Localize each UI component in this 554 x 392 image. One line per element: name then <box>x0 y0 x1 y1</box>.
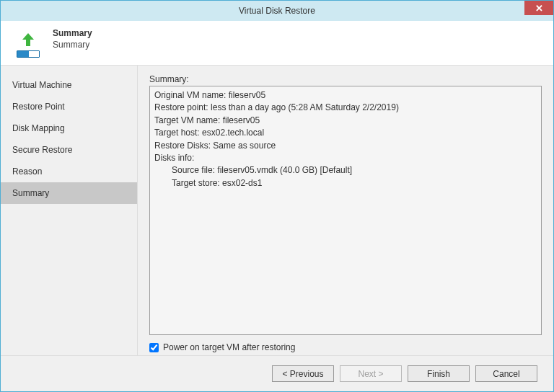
close-button[interactable]: ✕ <box>524 1 553 15</box>
titlebar: Virtual Disk Restore ✕ <box>1 1 553 21</box>
summary-label: Summary: <box>149 74 542 84</box>
sidebar-item-label: Secure Restore <box>12 145 72 155</box>
finish-button[interactable]: Finish <box>408 365 470 382</box>
wizard-body: Virtual Machine Restore Point Disk Mappi… <box>1 66 553 355</box>
sidebar-item-label: Restore Point <box>12 102 65 112</box>
summary-line: Restore Disks: Same as source <box>154 140 537 152</box>
power-on-checkbox[interactable] <box>149 343 159 352</box>
header-icon <box>12 28 44 60</box>
disk-icon <box>17 50 40 58</box>
wizard-header: Summary Summary <box>1 21 553 66</box>
page-subtitle: Summary <box>53 40 92 50</box>
summary-line: Restore point: less than a day ago (5:28… <box>154 102 537 114</box>
previous-button[interactable]: < Previous <box>272 365 334 382</box>
cancel-button[interactable]: Cancel <box>475 365 537 382</box>
sidebar-item-disk-mapping[interactable]: Disk Mapping <box>1 117 137 139</box>
sidebar-item-label: Reason <box>12 166 42 177</box>
sidebar-item-secure-restore[interactable]: Secure Restore <box>1 139 137 161</box>
header-text: Summary Summary <box>53 28 92 50</box>
sidebar-item-label: Virtual Machine <box>12 80 72 90</box>
summary-line: Source file: fileserv05.vmdk (40.0 GB) [… <box>154 164 537 177</box>
close-icon: ✕ <box>535 3 543 14</box>
page-title: Summary <box>53 28 92 38</box>
summary-line: Target host: esx02.tech.local <box>154 127 537 139</box>
sidebar: Virtual Machine Restore Point Disk Mappi… <box>1 66 138 355</box>
sidebar-item-label: Summary <box>12 188 49 198</box>
summary-line: Target store: esx02-ds1 <box>154 177 537 190</box>
power-on-label[interactable]: Power on target VM after restoring <box>163 342 295 352</box>
summary-line: Target VM name: fileserv05 <box>154 115 537 127</box>
window-title: Virtual Disk Restore <box>239 6 315 16</box>
sidebar-item-summary[interactable]: Summary <box>1 182 137 204</box>
next-button: Next > <box>340 365 402 382</box>
content-area: Summary: Original VM name: fileserv05 Re… <box>138 66 553 355</box>
button-bar: < Previous Next > Finish Cancel <box>1 355 553 391</box>
sidebar-item-restore-point[interactable]: Restore Point <box>1 96 137 117</box>
arrow-up-icon <box>19 31 37 48</box>
wizard-window: Virtual Disk Restore ✕ Summary Summary V… <box>0 0 554 392</box>
summary-textbox[interactable]: Original VM name: fileserv05 Restore poi… <box>149 86 542 335</box>
sidebar-item-reason[interactable]: Reason <box>1 161 137 182</box>
sidebar-item-label: Disk Mapping <box>12 123 65 133</box>
summary-line: Disks info: <box>154 152 537 164</box>
sidebar-item-virtual-machine[interactable]: Virtual Machine <box>1 74 137 96</box>
power-on-checkbox-row: Power on target VM after restoring <box>149 335 542 355</box>
summary-line: Original VM name: fileserv05 <box>154 89 537 102</box>
